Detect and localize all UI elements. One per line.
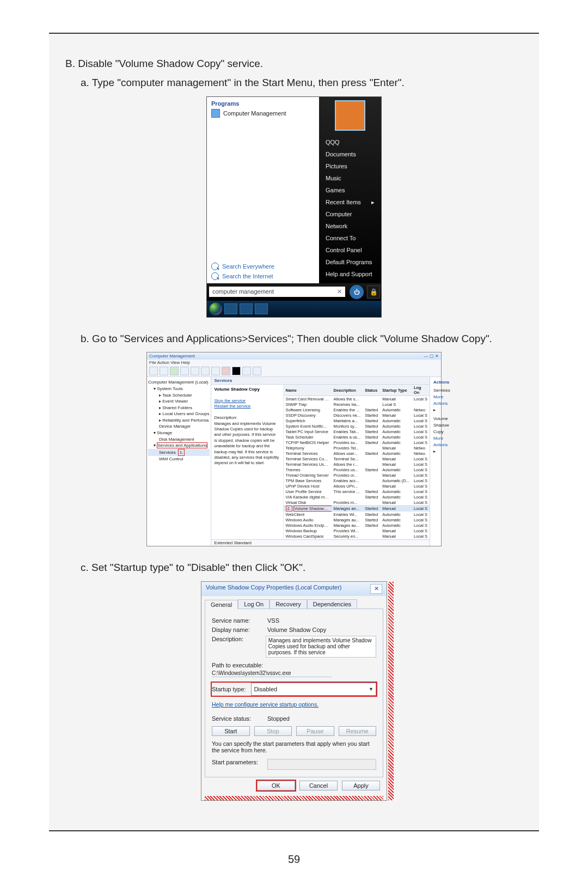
menubar[interactable]: File Action View Help [147,360,441,366]
annotation-hatch [388,582,394,800]
service-status-label: Service status: [212,715,262,722]
services-table[interactable]: NameDescriptionStatusStartup TypeLog On … [284,385,430,539]
table-row[interactable]: Windows Audio Endpoi...Manages au...Star… [284,522,430,528]
clear-search-icon[interactable]: ✕ [337,288,342,295]
start-menu-item[interactable]: QQQ [319,136,381,148]
user-avatar [335,100,365,131]
search-everywhere[interactable]: Search Everywhere [211,263,315,270]
annotation-hatch [205,796,383,800]
tab-recovery[interactable]: Recovery [270,599,307,609]
start-search-input[interactable]: computer management✕ [209,287,345,297]
table-row[interactable]: Software LicensingEnables the ...Started… [284,407,430,412]
startup-type-value: Disabled [254,686,277,692]
marker-2: 2. [286,506,292,512]
computer-management-icon [211,109,220,118]
start-button[interactable]: Start [212,726,250,736]
table-row[interactable]: Terminal ServicesAllows user...StartedAu… [284,451,430,456]
tree-services[interactable]: Services1. [148,449,210,457]
start-menu-item[interactable]: Music [319,172,381,184]
table-row[interactable]: TPM Base ServicesEnables acc...Automatic… [284,478,430,483]
taskbar-button[interactable] [224,303,237,314]
pause-button: Pause [296,726,334,736]
table-row[interactable]: Task SchedulerEnables a us...StartedAuto… [284,434,430,440]
table-row[interactable]: Thread Ordering ServerProvides or...Manu… [284,472,430,478]
start-menu-item[interactable]: Computer [319,208,381,220]
services-header: Services [211,377,430,385]
table-row[interactable]: TCP/IP NetBIOS HelperProvides su...Start… [284,440,430,445]
link-restart-service[interactable]: Restart the service [215,404,251,409]
startup-type-label: Startup type: [212,686,246,692]
table-row[interactable]: User Profile ServiceThis service ...Star… [284,489,430,494]
close-button[interactable]: ✕ [370,584,382,594]
start-menu-item[interactable]: Pictures [319,160,381,172]
table-row[interactable]: ThemesProvides us...StartedAutomaticLoca… [284,467,430,472]
search-icon [211,272,219,280]
start-menu-item[interactable]: Documents [319,148,381,160]
table-row[interactable]: 2.Volume Shadow CopyManages an...Started… [284,505,430,512]
ok-button[interactable]: OK [257,781,295,790]
step-c: c. Set "Startup type" to "Disable" then … [81,559,523,575]
table-row[interactable]: TelephonyProvides Tel...ManualNetwo [284,445,430,451]
cancel-button[interactable]: Cancel [299,781,338,790]
taskbar [207,301,381,317]
tab-general[interactable]: General [205,600,238,609]
program-label: Computer Management [223,110,286,117]
table-row[interactable]: SSDP DiscoveryDiscovers ne...StartedManu… [284,412,430,418]
apply-button[interactable]: Apply [342,781,380,790]
taskbar-button[interactable] [255,303,268,314]
table-row[interactable]: VIA Karaoke digital mix...StartedAutomat… [284,494,430,500]
start-menu-item[interactable]: Control Panel [319,244,381,256]
path-value: C:\Windows\system32\vssvc.exe [212,670,332,677]
window-buttons[interactable]: — ▢ ✕ [424,354,439,358]
table-row[interactable]: Smart Card Removal Po...Allows the s...M… [284,396,430,402]
service-status-value: Stopped [267,715,290,722]
display-name-label: Display name: [212,626,262,633]
view-tabs[interactable]: Extended Standard [211,539,430,546]
more-actions[interactable]: More Actions [433,436,448,447]
start-params-input [267,759,376,770]
description-value: Manages and implements Volume Shadow Cop… [266,636,376,658]
table-row[interactable]: SNMP TrapReceives tra...Local S [284,402,430,407]
page-number: 59 [0,853,588,866]
table-row[interactable]: Tablet PC Input ServiceEnables Tab...Sta… [284,429,430,434]
table-row[interactable]: Windows CardSpaceSecurely en...ManualLoc… [284,533,430,539]
description-label: Description: [212,636,260,642]
table-row[interactable]: Windows BackupProvides Wi...ManualLocal … [284,528,430,533]
table-row[interactable]: Windows AudioManages au...StartedAutomat… [284,517,430,522]
start-menu-item[interactable]: Connect To [319,232,381,244]
table-row[interactable]: Terminal Services Conf...Terminal Se...M… [284,456,430,461]
power-button[interactable]: ⏻ [350,285,364,299]
display-name-value: Volume Shadow Copy [267,626,326,633]
start-menu-item[interactable]: Network [319,220,381,232]
table-row[interactable]: Windows Color SystemThe WcsPlu...ManualL… [284,539,430,539]
table-row[interactable]: WebClientEnables Wi...StartedAutomaticLo… [284,512,430,517]
callout-1: Services and Applications [157,442,207,448]
start-menu-item[interactable]: Default Programs [319,256,381,268]
window-title: Computer Management [149,354,195,358]
table-row[interactable]: UPnP Device HostAllows UPn...ManualLocal… [284,483,430,489]
program-computer-management[interactable]: Computer Management [211,109,315,118]
taskbar-button[interactable] [240,303,253,314]
start-menu-item[interactable]: Games [319,184,381,196]
search-internet[interactable]: Search the Internet [211,272,315,280]
table-row[interactable]: Terminal Services User...Allows the r...… [284,461,430,467]
tab-dependencies[interactable]: Dependencies [307,599,357,609]
start-menu-item[interactable]: Help and Support [319,268,381,280]
help-link[interactable]: Help me configure service startup option… [212,701,318,708]
dialog-title: Volume Shadow Copy Properties (Local Com… [206,584,341,594]
start-menu-item[interactable]: Recent Items [319,196,381,208]
startup-type-select[interactable]: Disabled ▼ [251,683,376,696]
start-orb-icon[interactable] [209,302,222,315]
toolbar[interactable] [147,366,441,377]
tab-logon[interactable]: Log On [238,599,270,609]
table-row[interactable]: Virtual DiskProvides m...ManualLocal S [284,500,430,505]
table-row[interactable]: SuperfetchMaintains a...StartedAutomatic… [284,418,430,423]
lock-button[interactable]: 🔒 [367,285,380,299]
more-actions[interactable]: More Actions [433,394,448,406]
search-icon [211,263,219,270]
service-name-label: Service name: [212,617,262,624]
table-row[interactable]: System Event Notificati...Monitors sy...… [284,423,430,429]
link-stop-service[interactable]: Stop the service [215,398,246,403]
nav-tree[interactable]: Computer Management (Local) ▾ System Too… [147,377,211,546]
lock-icon: 🔒 [370,288,378,296]
